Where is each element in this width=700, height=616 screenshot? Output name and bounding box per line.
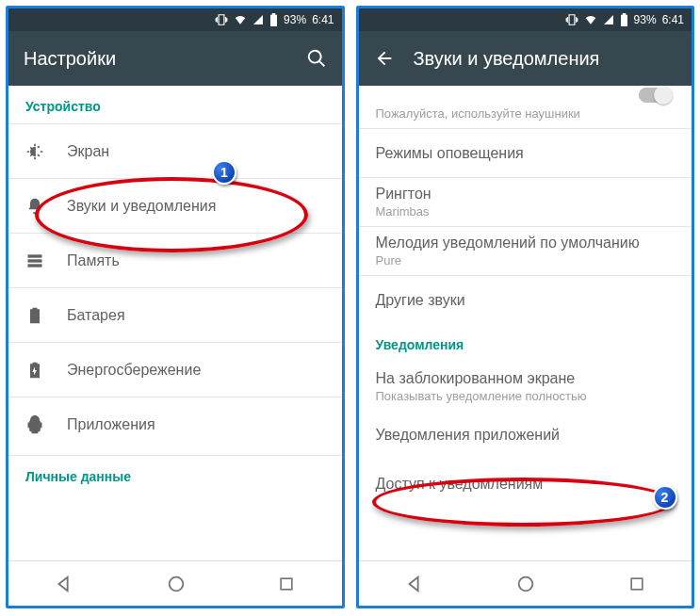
svg-point-5	[519, 576, 533, 591]
item-label: Доступ к уведомлениям	[376, 476, 676, 493]
sound-settings-list: Пожалуйста, используйте наушники Режимы …	[359, 86, 692, 560]
vibrate-icon	[215, 13, 228, 26]
phone-left: 93% 6:41 Настройки Устройство Экран Звук…	[6, 6, 345, 608]
hint-text: Пожалуйста, используйте наушники	[359, 103, 692, 128]
battery-icon	[25, 306, 67, 325]
item-other-sounds[interactable]: Другие звуки	[359, 275, 692, 324]
svg-rect-6	[631, 578, 643, 590]
item-sound[interactable]: Звуки и уведомления	[8, 178, 342, 233]
android-icon	[25, 415, 67, 434]
item-notif-sound[interactable]: Мелодия уведомлений по умолчанию Pure	[359, 226, 692, 275]
battery-percent: 93%	[284, 13, 306, 26]
svg-rect-0	[28, 254, 42, 257]
section-device: Устройство	[8, 86, 342, 123]
status-bar: 93% 6:41	[359, 8, 692, 31]
settings-list: Устройство Экран Звуки и уведомления Пам…	[8, 86, 342, 560]
nav-back-icon[interactable]	[404, 574, 425, 594]
wifi-icon	[234, 13, 247, 26]
svg-point-3	[169, 576, 183, 591]
signal-icon	[603, 14, 614, 25]
item-label: Приложения	[67, 416, 325, 433]
nav-recent-icon[interactable]	[627, 575, 646, 593]
battery-percent: 93%	[634, 13, 657, 26]
item-label: Уведомления приложений	[376, 427, 676, 444]
item-sub: Pure	[376, 253, 676, 267]
signal-icon	[252, 14, 264, 25]
nav-bar	[359, 560, 692, 606]
brightness-icon	[25, 142, 67, 161]
appbar: Настройки	[8, 31, 342, 86]
item-notif-access[interactable]: Доступ к уведомлениям	[359, 460, 692, 509]
nav-bar	[8, 560, 342, 606]
section-notifications: Уведомления	[359, 324, 692, 362]
page-title: Настройки	[24, 48, 287, 70]
status-bar: 93% 6:41	[8, 8, 342, 31]
svg-rect-2	[28, 264, 42, 267]
item-storage[interactable]: Память	[8, 233, 342, 287]
phone-right: 93% 6:41 Звуки и уведомления Пожалуйста,…	[356, 6, 695, 608]
battery-icon	[269, 13, 278, 26]
svg-rect-1	[28, 259, 42, 262]
vibrate-icon	[565, 13, 578, 26]
item-label: Мелодия уведомлений по умолчанию	[376, 235, 676, 251]
nav-recent-icon[interactable]	[277, 575, 296, 593]
clock: 6:41	[662, 13, 684, 26]
page-title: Звуки и уведомления	[414, 48, 677, 70]
search-icon[interactable]	[306, 48, 327, 69]
item-battery[interactable]: Батарея	[8, 287, 342, 342]
item-label: Экран	[67, 143, 325, 160]
item-sub: Marimbas	[376, 204, 676, 219]
nav-home-icon[interactable]	[515, 574, 536, 594]
item-lockscreen[interactable]: На заблокированном экране Показывать уве…	[359, 362, 692, 411]
item-label: Энергосбережение	[67, 362, 325, 379]
item-label: Рингтон	[376, 186, 676, 203]
back-icon[interactable]	[374, 48, 395, 69]
appbar: Звуки и уведомления	[359, 31, 692, 86]
item-label: Другие звуки	[376, 292, 676, 309]
clock: 6:41	[312, 13, 334, 26]
wifi-icon	[584, 13, 597, 26]
item-label: На заблокированном экране	[376, 370, 676, 387]
nav-back-icon[interactable]	[54, 574, 74, 594]
storage-icon	[25, 251, 67, 270]
battery-saver-icon	[25, 361, 67, 380]
item-alert-modes[interactable]: Режимы оповещения	[359, 128, 692, 177]
item-label: Режимы оповещения	[376, 145, 676, 162]
svg-rect-4	[281, 578, 292, 590]
battery-icon	[620, 13, 628, 26]
item-label: Батарея	[67, 307, 325, 324]
item-powersave[interactable]: Энергосбережение	[8, 342, 342, 397]
item-display[interactable]: Экран	[8, 123, 342, 178]
item-ringtone[interactable]: Рингтон Marimbas	[359, 177, 692, 226]
toggle-stub[interactable]	[639, 88, 671, 103]
section-personal: Личные данные	[8, 456, 342, 494]
nav-home-icon[interactable]	[166, 574, 187, 594]
item-sub: Показывать уведомление полностью	[376, 389, 676, 403]
item-apps[interactable]: Приложения	[8, 397, 342, 451]
bell-icon	[25, 197, 67, 216]
item-label: Память	[67, 252, 325, 269]
item-app-notifications[interactable]: Уведомления приложений	[359, 411, 692, 460]
item-label: Звуки и уведомления	[67, 198, 325, 215]
